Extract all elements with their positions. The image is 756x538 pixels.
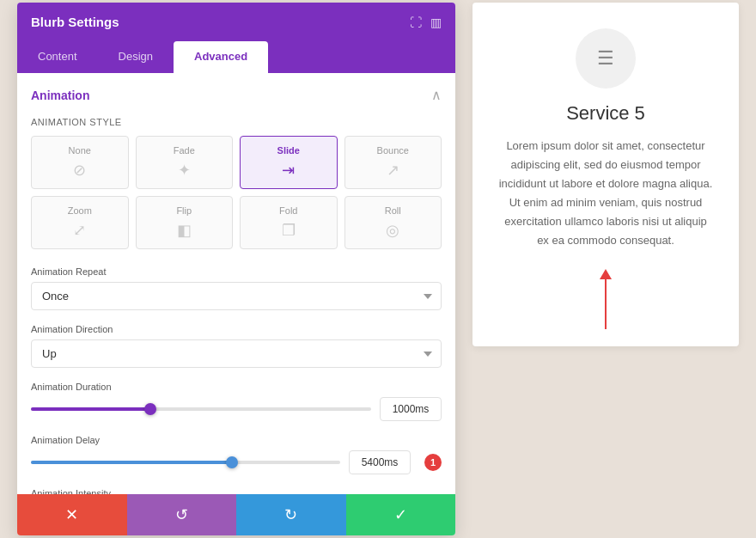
animation-repeat-select[interactable]: Once Loop Loop - Pause on Hover (31, 282, 442, 310)
animation-direction-label: Animation Direction (31, 324, 442, 334)
animation-duration-thumb[interactable] (144, 403, 156, 415)
animation-direction-select[interactable]: Up Down Left Right (31, 339, 442, 368)
anim-option-fold[interactable]: Fold ❐ (240, 196, 338, 249)
arrow-head (600, 269, 612, 279)
anim-fade-icon: ✦ (178, 161, 191, 180)
preview-icon-circle: ☰ (576, 28, 636, 89)
anim-slide-icon: ⇥ (282, 161, 295, 180)
undo-button[interactable]: ↺ (127, 494, 237, 535)
save-button[interactable]: ✓ (346, 494, 456, 535)
anim-fade-label: Fade (174, 145, 195, 156)
anim-flip-icon: ◧ (177, 221, 192, 240)
animation-delay-input[interactable] (349, 450, 411, 474)
preview-icon: ☰ (597, 47, 614, 70)
preview-panel: ☰ Service 5 Lorem ipsum dolor sit amet, … (472, 3, 739, 346)
animation-repeat-label: Animation Repeat (31, 266, 442, 277)
animation-grid: None ⊘ Fade ✦ Slide ⇥ Bounce (31, 136, 442, 249)
animation-style-group: Animation Style None ⊘ Fade ✦ Slide (31, 117, 442, 249)
anim-option-slide[interactable]: Slide ⇥ (240, 136, 338, 189)
main-container: Blurb Settings ⛶ ▥ Content Design Advanc… (0, 0, 756, 538)
animation-direction-group: Animation Direction Up Down Left Right (31, 324, 442, 368)
anim-slide-label: Slide (277, 145, 300, 156)
columns-icon[interactable]: ▥ (430, 15, 442, 29)
animation-style-label: Animation Style (31, 117, 442, 127)
anim-fold-icon: ❐ (282, 221, 296, 240)
tab-advanced[interactable]: Advanced (174, 41, 268, 73)
collapse-icon[interactable]: ∧ (431, 87, 442, 103)
anim-bounce-label: Bounce (377, 145, 409, 156)
anim-option-bounce[interactable]: Bounce ↗ (344, 136, 442, 189)
anim-option-zoom[interactable]: Zoom ⤢ (31, 196, 129, 249)
animation-intensity-group: Animation Intensity (31, 488, 442, 494)
settings-panel: Blurb Settings ⛶ ▥ Content Design Advanc… (17, 3, 455, 535)
redo-button[interactable]: ↻ (236, 494, 346, 535)
tab-content[interactable]: Content (17, 41, 98, 73)
anim-option-flip[interactable]: Flip ◧ (136, 196, 234, 249)
anim-bounce-icon: ↗ (387, 161, 399, 180)
animation-delay-fill (31, 461, 232, 464)
animation-section-title: Animation (31, 89, 89, 102)
animation-delay-thumb[interactable] (226, 456, 238, 468)
animation-duration-label: Animation Duration (31, 382, 442, 392)
preview-arrow (605, 278, 607, 329)
preview-title: Service 5 (566, 102, 645, 125)
animation-delay-group: Animation Delay 1 (31, 435, 442, 474)
panel-title: Blurb Settings (31, 15, 119, 29)
animation-duration-input[interactable] (380, 397, 442, 421)
panel-footer: ✕ ↺ ↻ ✓ (17, 494, 455, 535)
animation-duration-group: Animation Duration (31, 382, 442, 421)
tab-design[interactable]: Design (98, 41, 174, 73)
panel-content: Animation ∧ Animation Style None ⊘ Fade … (17, 73, 455, 494)
anim-option-roll[interactable]: Roll ◎ (344, 196, 442, 249)
anim-none-icon: ⊘ (73, 161, 86, 180)
anim-zoom-icon: ⤢ (73, 221, 86, 240)
tabs-bar: Content Design Advanced (17, 41, 455, 73)
expand-icon[interactable]: ⛶ (410, 15, 422, 29)
cancel-button[interactable]: ✕ (17, 494, 127, 535)
animation-duration-slider-row (31, 397, 442, 421)
anim-roll-icon: ◎ (386, 221, 399, 240)
anim-zoom-label: Zoom (68, 205, 92, 216)
animation-section-header: Animation ∧ (31, 87, 442, 103)
panel-header-icons: ⛶ ▥ (410, 15, 442, 29)
anim-roll-label: Roll (385, 205, 401, 216)
panel-header: Blurb Settings ⛶ ▥ (17, 3, 455, 41)
anim-option-fade[interactable]: Fade ✦ (136, 136, 234, 189)
anim-option-none[interactable]: None ⊘ (31, 136, 129, 189)
animation-delay-slider-row: 1 (31, 450, 442, 474)
preview-text: Lorem ipsum dolor sit amet, consectetur … (498, 137, 713, 251)
animation-duration-track[interactable] (31, 407, 371, 411)
anim-none-label: None (69, 145, 91, 156)
anim-flip-label: Flip (176, 205, 192, 216)
animation-repeat-group: Animation Repeat Once Loop Loop - Pause … (31, 266, 442, 310)
animation-delay-track[interactable] (31, 461, 340, 464)
animation-duration-fill (31, 407, 150, 411)
anim-fold-label: Fold (279, 205, 297, 216)
arrow-line (605, 278, 607, 329)
animation-delay-label: Animation Delay (31, 435, 442, 445)
animation-intensity-label: Animation Intensity (31, 488, 442, 494)
animation-delay-badge: 1 (424, 454, 442, 471)
